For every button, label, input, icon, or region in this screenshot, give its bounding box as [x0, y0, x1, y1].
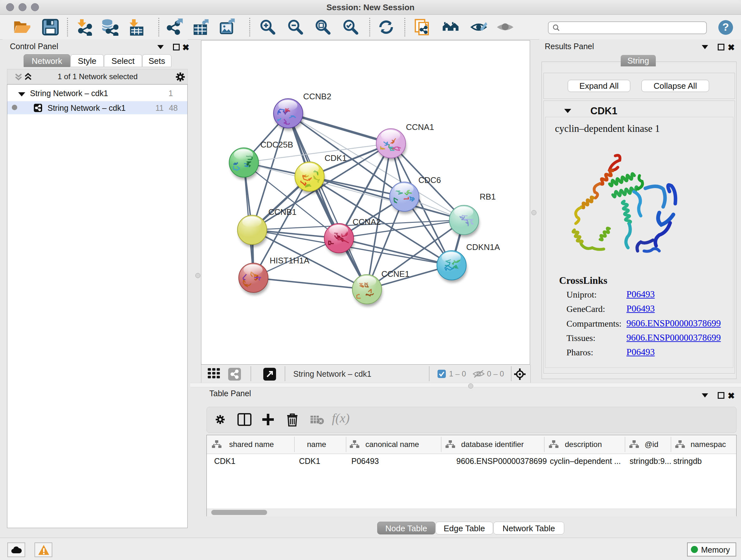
svg-text:CDKN1A: CDKN1A — [466, 242, 500, 252]
svg-text:CDK1: CDK1 — [325, 153, 347, 163]
svg-text:CCNA2: CCNA2 — [353, 217, 381, 227]
svg-text:HIST1H1A: HIST1H1A — [270, 256, 310, 265]
svg-text:CCNE1: CCNE1 — [381, 269, 409, 279]
svg-text:CDC6: CDC6 — [418, 175, 441, 185]
svg-text:CCNA1: CCNA1 — [406, 122, 434, 132]
svg-text:CCNB2: CCNB2 — [303, 91, 331, 101]
svg-text:CCNB1: CCNB1 — [268, 207, 296, 217]
svg-text:?: ? — [723, 21, 729, 33]
svg-text:CDC25B: CDC25B — [260, 140, 293, 149]
svg-text:RB1: RB1 — [480, 192, 496, 201]
